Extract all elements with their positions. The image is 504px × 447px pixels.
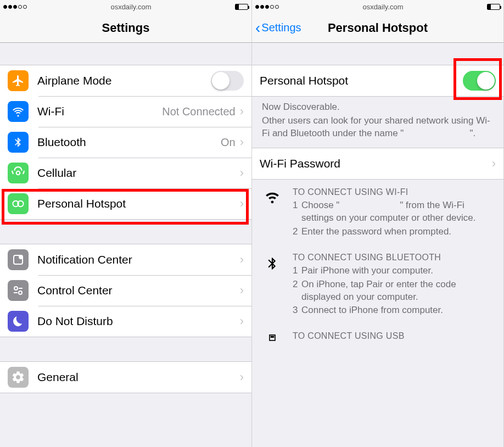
signal-strength-icon (3, 5, 27, 9)
back-label: Settings (261, 21, 301, 34)
row-cellular[interactable]: Cellular › (0, 158, 251, 188)
step-number: 1 (293, 199, 301, 225)
row-label: General (37, 371, 240, 384)
back-button[interactable]: ‹ Settings (255, 20, 301, 36)
svg-point-4 (14, 287, 18, 290)
chevron-right-icon: › (240, 104, 244, 119)
status-url: osxdaily.com (110, 3, 151, 11)
row-personal-hotspot[interactable]: Personal Hotspot › (0, 188, 251, 219)
redacted-name (339, 202, 400, 209)
row-label: Cellular (37, 166, 240, 180)
discoverable-text: Now Discoverable. Other users can look f… (252, 97, 503, 148)
row-label: Wi-Fi Password (260, 157, 492, 170)
hotspot-screen: osxdaily.com ‹ Settings Personal Hotspot… (252, 0, 504, 447)
hotspot-content: Personal Hotspot Now Discoverable. Other… (252, 43, 503, 447)
svg-point-3 (19, 255, 23, 259)
instructions-bluetooth: TO CONNECT USING BLUETOOTH 1 Pair iPhone… (252, 245, 503, 324)
chevron-right-icon: › (240, 283, 244, 298)
step-number: 1 (293, 265, 301, 277)
moon-icon (8, 311, 29, 332)
svg-point-6 (19, 291, 22, 294)
chevron-right-icon: › (240, 197, 244, 211)
signal-strength-icon (255, 5, 279, 9)
row-notification-center[interactable]: Notification Center › (0, 244, 251, 275)
step-text: On iPhone, tap Pair or enter the code di… (301, 278, 494, 304)
instructions-wifi: TO CONNECT USING WI-FI 1 Choose "" from … (252, 180, 503, 245)
chevron-right-icon: › (240, 370, 244, 384)
step-text: Connect to iPhone from computer. (301, 304, 494, 317)
bluetooth-icon (262, 253, 283, 319)
airplane-icon (8, 70, 29, 91)
row-value: On (221, 136, 236, 149)
step-text: Enter the password when prompted. (301, 226, 494, 238)
row-bluetooth[interactable]: Bluetooth On › (0, 127, 251, 158)
settings-list: Airplane Mode Wi-Fi Not Connected › Blue… (0, 43, 251, 447)
settings-screen: osxdaily.com Settings Airplane Mode Wi-F… (0, 0, 252, 447)
hotspot-toggle[interactable] (463, 71, 496, 91)
chevron-right-icon: › (240, 314, 244, 328)
chevron-left-icon: ‹ (255, 20, 260, 36)
row-wifi-password[interactable]: Wi-Fi Password › (252, 148, 503, 179)
row-label: Do Not Disturb (37, 315, 240, 328)
chevron-right-icon: › (492, 157, 496, 171)
row-label: Control Center (37, 284, 240, 297)
instr-title: TO CONNECT USING BLUETOOTH (293, 253, 494, 262)
nav-bar: Settings (0, 13, 251, 43)
step-text: Choose "" from the Wi-Fi settings on you… (301, 199, 494, 225)
chevron-right-icon: › (240, 135, 244, 149)
svg-rect-10 (273, 337, 274, 338)
step-number: 2 (293, 278, 301, 304)
step-text: Pair iPhone with your computer. (301, 265, 494, 277)
status-bar: osxdaily.com (0, 0, 251, 13)
row-hotspot-toggle[interactable]: Personal Hotspot (252, 65, 503, 96)
row-do-not-disturb[interactable]: Do Not Disturb › (0, 306, 251, 337)
usb-icon (262, 331, 283, 343)
chevron-right-icon: › (240, 253, 244, 267)
battery-icon (235, 4, 248, 10)
nav-bar: ‹ Settings Personal Hotspot (252, 13, 503, 43)
instr-title: TO CONNECT USING WI-FI (293, 187, 494, 197)
row-wifi[interactable]: Wi-Fi Not Connected › (0, 96, 251, 127)
row-label: Personal Hotspot (260, 74, 463, 87)
step-number: 3 (293, 304, 301, 317)
row-label: Notification Center (37, 253, 240, 266)
control-center-icon (8, 280, 29, 301)
svg-rect-9 (271, 337, 272, 338)
airplane-toggle[interactable] (211, 71, 244, 91)
row-label: Airplane Mode (37, 74, 211, 87)
page-title: Personal Hotspot (328, 21, 428, 35)
status-bar: osxdaily.com (252, 0, 503, 13)
status-url: osxdaily.com (362, 3, 403, 11)
instructions-usb: TO CONNECT USING USB (252, 323, 503, 343)
row-label: Personal Hotspot (37, 197, 240, 210)
row-control-center[interactable]: Control Center › (0, 275, 251, 306)
instr-title: TO CONNECT USING USB (293, 331, 494, 341)
hotspot-icon (8, 193, 29, 214)
page-title: Settings (102, 21, 150, 35)
redacted-name (404, 130, 469, 137)
step-number: 2 (293, 226, 301, 238)
row-value: Not Connected (162, 105, 235, 118)
bluetooth-icon (8, 132, 29, 153)
gear-icon (8, 367, 29, 388)
row-general[interactable]: General › (0, 362, 251, 393)
row-label: Wi-Fi (37, 105, 162, 118)
wifi-icon (262, 187, 283, 239)
wifi-icon (8, 101, 29, 122)
battery-icon (487, 4, 500, 10)
row-label: Bluetooth (37, 136, 221, 149)
cellular-icon (8, 163, 29, 183)
row-airplane-mode[interactable]: Airplane Mode (0, 65, 251, 96)
chevron-right-icon: › (240, 166, 244, 180)
notification-icon (8, 249, 29, 270)
